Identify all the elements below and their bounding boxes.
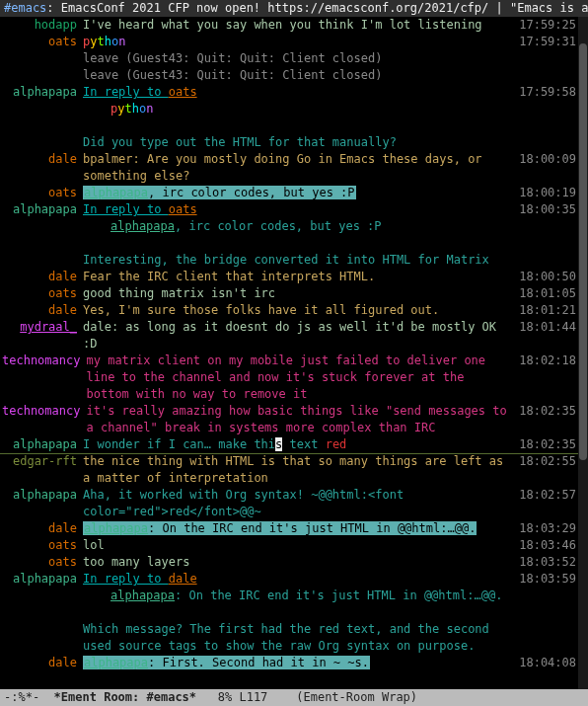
chat-row: alphapapa In reply to oats 17:59:58: [0, 84, 578, 101]
chat-row: dale alphapapa: On the IRC end it's just…: [0, 520, 578, 537]
chat-row-current: alphapapa I wonder if I can… make this t…: [0, 436, 578, 453]
chat-row: python: [0, 101, 578, 118]
chat-row: leave (Guest43: Quit: Quit: Client close…: [0, 67, 578, 84]
message-text: In reply to oats: [83, 84, 517, 101]
nick: oats: [2, 34, 83, 50]
message-text: my matrix client on my mobile just faile…: [86, 353, 517, 403]
emacs-window: #emacs: EmacsConf 2021 CFP now open! htt…: [0, 0, 588, 706]
nick: alphapapa: [2, 84, 83, 101]
message-text: alphapapa, irc color codes, but yes :P: [83, 185, 517, 201]
chat-row: oats too many layers 18:03:52: [0, 554, 578, 571]
chat-row: hodapp I've heard what you say when you …: [0, 17, 578, 34]
chat-row: alphapapa: On the IRC end it's just HTML…: [0, 588, 578, 604]
header-bar: #emacs: EmacsConf 2021 CFP now open! htt…: [0, 0, 588, 17]
chat-row: oats alphapapa, irc color codes, but yes…: [0, 185, 578, 201]
nick: alphapapa: [2, 487, 83, 504]
timestamp: 18:03:29: [517, 520, 576, 537]
nick: oats: [2, 185, 83, 201]
mention-link[interactable]: alphapapa: [110, 219, 175, 233]
nick: dale: [2, 151, 83, 168]
timestamp: 18:01:44: [517, 319, 576, 336]
chat-log[interactable]: hodapp I've heard what you say when you …: [0, 17, 578, 689]
scrollbar[interactable]: [578, 17, 588, 689]
timestamp: 18:03:46: [517, 537, 576, 554]
chat-row: alphapapa In reply to oats 18:00:35: [0, 201, 578, 218]
timestamp: 18:01:05: [517, 285, 576, 302]
chat-row: dale alphapapa: First. Second had it in …: [0, 655, 578, 671]
modeline-buffer: *Ement Room: #emacs*: [54, 690, 197, 704]
red-text: red: [326, 437, 347, 451]
channel-name: #emacs: [4, 1, 46, 15]
reply-link[interactable]: In reply to: [83, 85, 169, 99]
nick: dale: [2, 655, 83, 671]
message-text: alphapapa, irc color codes, but yes :P: [83, 218, 517, 235]
blank-line: [0, 118, 578, 134]
chat-row: technomancy my matrix client on my mobil…: [0, 353, 578, 403]
message-text: the nice thing with HTML is that so many…: [83, 453, 517, 487]
reply-link[interactable]: In reply to: [83, 202, 169, 216]
chat-row: alphapapa, irc color codes, but yes :P: [0, 218, 578, 235]
highlight: alphapapa, irc color codes, but yes :P: [83, 186, 356, 199]
chat-row: dale Fear the IRC client that interprets…: [0, 269, 578, 285]
chat-row: alphapapa In reply to dale 18:03:59: [0, 571, 578, 588]
message-text: bpalmer: Are you mostly doing Go in Emac…: [83, 151, 517, 185]
nick: dale: [2, 302, 83, 319]
mention-link[interactable]: dale: [169, 572, 197, 586]
mention-link[interactable]: alphapapa: [110, 588, 175, 602]
blank-line: [0, 604, 578, 621]
message-text: python: [83, 101, 517, 118]
message-text: alphapapa: First. Second had it in ~ ~s.: [83, 655, 517, 671]
message-text: Interesting, the bridge converted it int…: [83, 252, 517, 269]
header-topic: : EmacsConf 2021 CFP now open! https://e…: [46, 1, 588, 15]
message-text: In reply to dale: [83, 571, 517, 588]
chat-row: Which message? The first had the red tex…: [0, 621, 578, 655]
highlight: alphapapa: On the IRC end it's just HTML…: [83, 521, 477, 535]
modeline-position: 8% L117: [218, 690, 268, 704]
chat-row: edgar-rft the nice thing with HTML is th…: [0, 453, 578, 487]
timestamp: 17:59:58: [517, 84, 576, 101]
nick: oats: [2, 285, 83, 302]
nick: mydraal_: [2, 319, 83, 336]
scrollbar-thumb[interactable]: [579, 43, 587, 460]
chat-row: oats good thing matrix isn't irc 18:01:0…: [0, 285, 578, 302]
message-text: I've heard what you say when you think I…: [83, 17, 517, 34]
mention-link[interactable]: oats: [169, 202, 197, 216]
mention-link[interactable]: alphapapa: [84, 186, 148, 199]
message-text: In reply to oats: [83, 201, 517, 218]
nick: dale: [2, 520, 83, 537]
timestamp: 18:00:09: [517, 151, 576, 168]
timestamp: 18:02:55: [517, 453, 576, 470]
nick: alphapapa: [2, 436, 83, 453]
timestamp: 18:02:18: [517, 353, 576, 369]
timestamp: 18:02:35: [517, 436, 576, 453]
rainbow-text: python: [83, 35, 125, 48]
chat-row: mydraal_ dale: as long as it doesnt do j…: [0, 319, 578, 353]
message-text: lol: [83, 537, 517, 554]
message-text: I wonder if I can… make this text red: [83, 436, 517, 453]
modeline-flags: -:%*-: [4, 690, 39, 704]
chat-row: oats python 17:59:31: [0, 34, 578, 50]
message-text: python: [83, 34, 517, 50]
nick: oats: [2, 537, 83, 554]
timestamp: 17:59:25: [517, 17, 576, 34]
message-text: good thing matrix isn't irc: [83, 285, 517, 302]
timestamp: 18:04:08: [517, 655, 576, 671]
message-text: Which message? The first had the red tex…: [83, 621, 517, 655]
mention-link[interactable]: alphapapa: [84, 656, 148, 669]
message-text: Aha, it worked with Org syntax! ~@@html:…: [83, 487, 517, 520]
chat-row: leave (Guest43: Quit: Quit: Client close…: [0, 50, 578, 67]
message-text: Yes, I'm sure those folks have it all fi…: [83, 302, 517, 319]
chat-row: Interesting, the bridge converted it int…: [0, 252, 578, 269]
mode-line: -:%*- *Ement Room: #emacs* 8% L117 (Emen…: [0, 689, 588, 706]
message-text: alphapapa: On the IRC end it's just HTML…: [83, 520, 517, 537]
mention-link[interactable]: oats: [169, 85, 197, 99]
chat-row: dale Yes, I'm sure those folks have it a…: [0, 302, 578, 319]
mention-link[interactable]: alphapapa: [84, 521, 148, 535]
blank-line: [0, 235, 578, 252]
highlight: alphapapa: First. Second had it in ~ ~s.: [83, 656, 370, 669]
message-text: it's really amazing how basic things lik…: [86, 403, 517, 436]
nick: edgar-rft: [2, 453, 83, 470]
message-text: Did you type out the HTML for that manua…: [83, 134, 517, 151]
reply-link[interactable]: In reply to: [83, 572, 169, 586]
timestamp: 18:03:59: [517, 571, 576, 588]
